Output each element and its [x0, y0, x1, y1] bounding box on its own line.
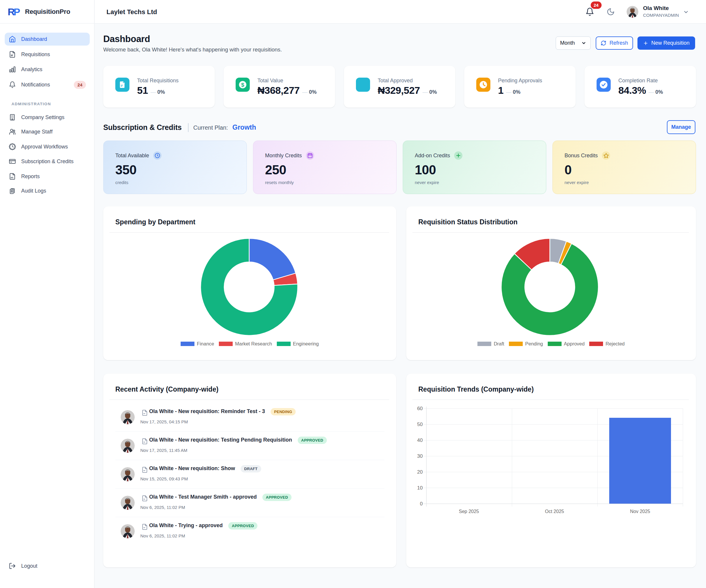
svg-text:50: 50 [417, 422, 423, 427]
svg-text:30: 30 [417, 453, 423, 459]
svg-text:Oct 2025: Oct 2025 [545, 509, 564, 514]
svg-text:20: 20 [417, 469, 423, 475]
svg-text:10: 10 [417, 485, 423, 491]
svg-text:$: $ [241, 82, 244, 88]
svg-text:40: 40 [417, 437, 423, 443]
svg-text:Nov 2025: Nov 2025 [630, 509, 651, 514]
svg-text:Sep 2025: Sep 2025 [459, 509, 479, 514]
svg-text:0: 0 [420, 501, 423, 507]
svg-text:60: 60 [417, 406, 423, 411]
svg-text:P: P [13, 6, 20, 17]
